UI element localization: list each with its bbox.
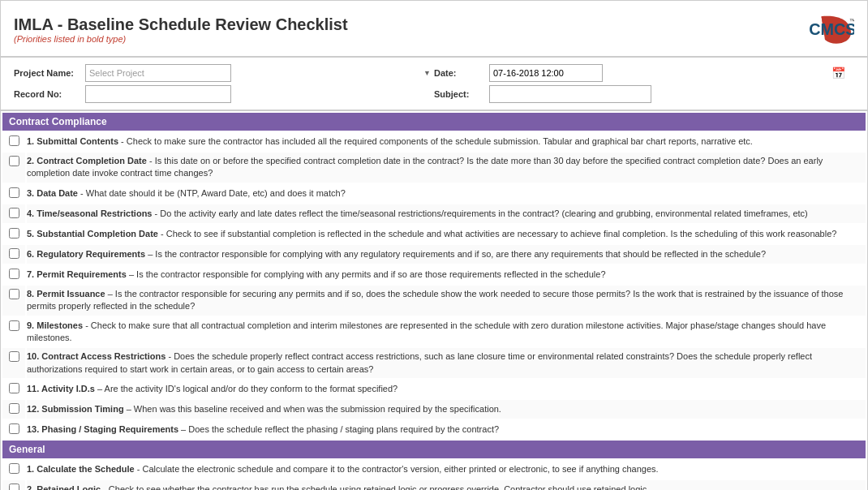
project-select-wrapper: Select Project ▼: [85, 64, 434, 82]
table-row: 8. Permit Issuance – Is the contractor r…: [2, 286, 866, 316]
record-no-input[interactable]: [85, 85, 231, 103]
table-row: 12. Submission Timing – When was this ba…: [2, 400, 866, 419]
check-text-cell: 10. Contract Access Restrictions - Does …: [27, 348, 866, 378]
checklist-checkbox[interactable]: [9, 383, 19, 393]
section-header-row: Contract Compliance: [2, 113, 866, 131]
record-no-label: Record No:: [14, 89, 79, 99]
table-row: 1. Calculate the Schedule - Calculate th…: [2, 460, 866, 479]
table-row: 3. Data Date - What date should it be (N…: [2, 184, 866, 203]
check-cell: [2, 400, 25, 419]
header: IMLA - Baseline Schedule Review Checklis…: [1, 1, 867, 58]
checklist-checkbox[interactable]: [9, 208, 19, 218]
form-right: Date: 📅 Subject:: [434, 64, 854, 103]
checklist-checkbox[interactable]: [9, 187, 19, 198]
logo-area: CMCS ™: [781, 9, 854, 49]
page-subtitle: (Priorities listed in bold type): [14, 34, 348, 44]
table-row: 10. Contract Access Restrictions - Does …: [2, 348, 866, 378]
form-left: Project Name: Select Project ▼ Record No…: [14, 64, 434, 103]
subject-label: Subject:: [434, 89, 483, 99]
table-row: 1. Submittal Contents - Check to make su…: [2, 132, 866, 151]
checklist-checkbox[interactable]: [9, 269, 19, 279]
checklist-checkbox[interactable]: [9, 156, 19, 166]
check-cell: [2, 184, 25, 203]
check-text-cell: 12. Submission Timing – When was this ba…: [27, 400, 866, 419]
calendar-icon[interactable]: 📅: [831, 67, 854, 80]
table-row: 6. Regulatory Requirements – Is the cont…: [2, 245, 866, 264]
section-title: Contract Compliance: [2, 113, 866, 131]
checklist-checkbox[interactable]: [9, 484, 19, 490]
checklist-checkbox[interactable]: [9, 351, 19, 362]
svg-text:™: ™: [849, 18, 854, 25]
table-row: 4. Time/seasonal Restrictions - Do the a…: [2, 204, 866, 223]
table-row: 9. Milestones - Check to make sure that …: [2, 317, 866, 347]
check-cell: [2, 132, 25, 151]
date-input[interactable]: [489, 64, 603, 82]
cmcs-logo: CMCS ™: [781, 9, 854, 49]
check-cell: [2, 245, 25, 264]
section-title: General: [2, 441, 866, 458]
check-text-cell: 8. Permit Issuance – Is the contractor r…: [27, 286, 866, 316]
table-row: 2. Contract Completion Date - Is this da…: [2, 153, 866, 183]
check-text-cell: 2. Retained Logic - Check to see whether…: [27, 480, 866, 490]
check-text-cell: 1. Calculate the Schedule - Calculate th…: [27, 460, 866, 479]
check-text-cell: 1. Submittal Contents - Check to make su…: [27, 132, 866, 151]
checklist-checkbox[interactable]: [9, 248, 19, 259]
checklist-checkbox[interactable]: [9, 320, 19, 331]
check-text-cell: 7. Permit Requirements – Is the contract…: [27, 265, 866, 284]
table-row: 7. Permit Requirements – Is the contract…: [2, 265, 866, 284]
checklist-checkbox[interactable]: [9, 289, 19, 299]
check-text-cell: 9. Milestones - Check to make sure that …: [27, 317, 866, 347]
check-cell: [2, 153, 25, 183]
header-title-area: IMLA - Baseline Schedule Review Checklis…: [14, 15, 348, 44]
check-cell: [2, 265, 25, 284]
check-cell: [2, 420, 25, 439]
check-cell: [2, 225, 25, 243]
table-row: 11. Activity I.D.s – Are the activity ID…: [2, 380, 866, 398]
section-header-row: General: [2, 441, 866, 458]
check-text-cell: 5. Substantial Completion Date - Check t…: [27, 225, 866, 243]
check-text-cell: 2. Contract Completion Date - Is this da…: [27, 153, 866, 183]
page-title: IMLA - Baseline Schedule Review Checklis…: [14, 15, 348, 34]
check-text-cell: 4. Time/seasonal Restrictions - Do the a…: [27, 204, 866, 223]
check-cell: [2, 480, 25, 490]
checklist-checkbox[interactable]: [9, 403, 19, 414]
check-cell: [2, 286, 25, 316]
checklist-checkbox[interactable]: [9, 228, 19, 239]
table-row: 13. Phasing / Staging Requirements – Doe…: [2, 420, 866, 439]
form-area: Project Name: Select Project ▼ Record No…: [1, 58, 867, 111]
project-name-label: Project Name:: [14, 68, 79, 78]
check-text-cell: 3. Data Date - What date should it be (N…: [27, 184, 866, 203]
check-cell: [2, 348, 25, 378]
svg-text:CMCS: CMCS: [809, 20, 854, 38]
checklist-checkbox[interactable]: [9, 135, 19, 146]
select-arrow-icon: ▼: [423, 69, 431, 77]
check-text-cell: 11. Activity I.D.s – Are the activity ID…: [27, 380, 866, 398]
subject-input[interactable]: [489, 85, 651, 103]
checklist-table: Contract Compliance 1. Submittal Content…: [1, 111, 867, 490]
check-cell: [2, 317, 25, 347]
check-cell: [2, 204, 25, 223]
date-label: Date:: [434, 68, 483, 78]
check-text-cell: 13. Phasing / Staging Requirements – Doe…: [27, 420, 866, 439]
checklist-checkbox[interactable]: [9, 423, 19, 434]
check-cell: [2, 380, 25, 398]
table-row: 2. Retained Logic - Check to see whether…: [2, 480, 866, 490]
table-row: 5. Substantial Completion Date - Check t…: [2, 225, 866, 243]
checklist-checkbox[interactable]: [9, 463, 19, 474]
project-select[interactable]: Select Project: [85, 64, 231, 82]
check-cell: [2, 460, 25, 479]
check-text-cell: 6. Regulatory Requirements – Is the cont…: [27, 245, 866, 264]
